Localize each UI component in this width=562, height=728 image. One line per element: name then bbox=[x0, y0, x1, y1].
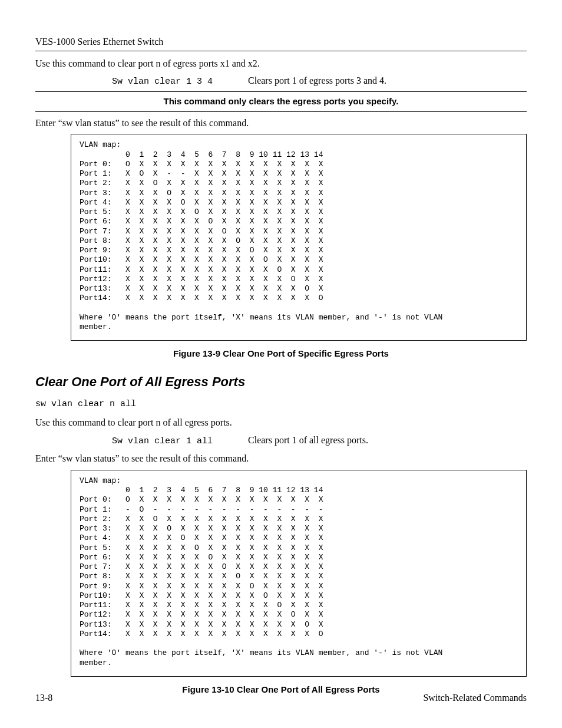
intro-text: Use this command to clear port n of egre… bbox=[35, 57, 527, 70]
vlan-map-output-1: VLAN map: 0 1 2 3 4 5 6 7 8 9 10 11 12 1… bbox=[71, 134, 527, 341]
figure-caption-1: Figure 13-9 Clear One Port of Specific E… bbox=[35, 348, 527, 360]
section-title-clear-all: Clear One Port of All Egress Ports bbox=[35, 373, 527, 391]
status-instruction-2: Enter “sw vlan status” to see the result… bbox=[35, 452, 527, 465]
example2-command: Sw vlan clear 1 all bbox=[112, 436, 213, 447]
status-instruction-1: Enter “sw vlan status” to see the result… bbox=[35, 117, 527, 130]
footer-page-number: 13-8 bbox=[35, 691, 52, 704]
callout-note: This command only clears the egress port… bbox=[35, 92, 527, 111]
syntax-line: sw vlan clear n all bbox=[35, 398, 527, 410]
example2-description: Clears port 1 of all egress ports. bbox=[248, 434, 368, 447]
vlan-map-output-2: VLAN map: 0 1 2 3 4 5 6 7 8 9 10 11 12 1… bbox=[71, 470, 527, 677]
example1-description: Clears port 1 of egress ports 3 and 4. bbox=[248, 74, 386, 87]
page-header: VES-1000 Series Ethernet Switch bbox=[35, 37, 163, 47]
example1-command: Sw vlan clear 1 3 4 bbox=[112, 76, 213, 88]
section2-description: Use this command to clear port n of all … bbox=[35, 416, 527, 429]
footer-section-title: Switch-Related Commands bbox=[423, 691, 527, 704]
